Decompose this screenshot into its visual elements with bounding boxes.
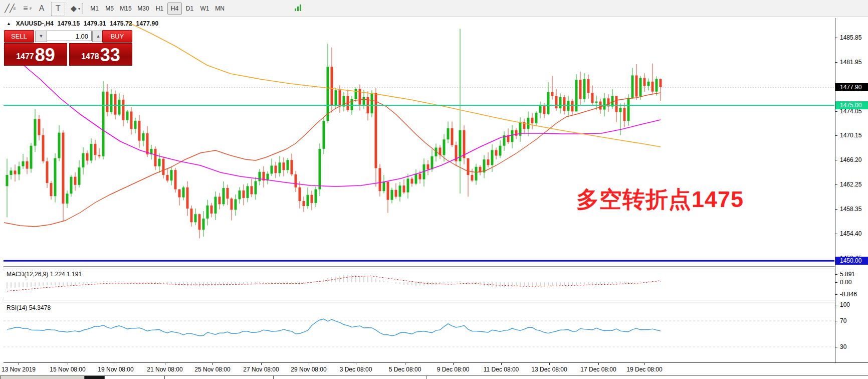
close-value: 1477.90	[136, 20, 159, 27]
indicator-axis-tick	[835, 321, 837, 321]
symbol-period-label: XAUUSD-,H4	[16, 20, 54, 27]
text-box-icon[interactable]: T	[51, 2, 65, 16]
price-level-badge: 1475.00	[835, 101, 868, 109]
price-axis-tick	[835, 160, 837, 160]
chart-tab-segment[interactable]	[426, 376, 868, 379]
indicator-axis-tick	[835, 347, 837, 347]
channel-tool-icon[interactable]: ╱╱E	[3, 2, 16, 15]
panel-divider[interactable]	[4, 266, 835, 267]
time-axis-tick	[165, 363, 165, 365]
price-axis-label: 1485.85	[840, 34, 861, 41]
timeframe-button-d1[interactable]: D1	[182, 3, 197, 15]
rsi-indicator-panel[interactable]	[4, 302, 835, 362]
time-axis-label: 17 Dec 08:00	[580, 366, 616, 373]
price-axis-tick	[835, 38, 837, 38]
high-value: 1479.31	[84, 20, 106, 27]
trade-controls-row: SELL ▼ 1.00 ▲ BUY	[4, 30, 132, 42]
timeframe-button-h1[interactable]: H1	[152, 3, 167, 15]
time-axis-label: 9 Dec 08:00	[437, 366, 470, 373]
arrows-tool-icon[interactable]: ◆▾	[67, 2, 80, 15]
text-label-icon[interactable]: A	[35, 2, 48, 15]
time-axis-tick	[644, 363, 645, 365]
price-level-badge: 1450.00	[835, 257, 868, 265]
time-axis-tick	[212, 363, 213, 365]
time-axis-label: 11 Dec 08:00	[484, 366, 519, 373]
time-axis-tick	[309, 363, 309, 365]
chart-tab-segment[interactable]	[164, 376, 273, 379]
indicator-axis-label: -8.846	[840, 291, 857, 298]
chart-ohlc-header: ▲ XAUUSD-,H4 1479.15 1479.31 1475.72 147…	[7, 20, 160, 27]
time-axis[interactable]: 13 Nov 201915 Nov 08:0019 Nov 08:0021 No…	[4, 362, 868, 376]
time-axis-label: 19 Dec 08:00	[626, 366, 662, 373]
macd-label: MACD(12,26,9) 1.224 1.191	[7, 271, 82, 278]
indicator-axis-tick	[835, 305, 837, 305]
chart-tabs-strip[interactable]	[0, 375, 868, 379]
chart-tab-segment[interactable]	[0, 376, 84, 379]
collapse-arrow-icon[interactable]: ▲	[7, 21, 11, 26]
price-axis-label: 1458.35	[840, 206, 861, 213]
time-axis-tick	[598, 363, 599, 365]
time-axis-label: 15 Nov 08:00	[50, 366, 85, 373]
toolbar: ╱╱E≡FAT◆▾ M1M5M15M30H1H4D1W1MN	[0, 0, 868, 17]
buy-price-big: 33	[100, 46, 120, 64]
price-axis-label: 1470.15	[840, 132, 861, 139]
time-axis-tick	[356, 363, 356, 365]
time-axis-label: 29 Nov 08:00	[291, 366, 326, 373]
chart-tab-segment[interactable]	[104, 376, 164, 379]
price-axis-label: 1462.25	[840, 181, 861, 188]
indicator-axis-tick	[835, 274, 837, 275]
rsi-label: RSI(14) 54.3478	[7, 304, 51, 311]
indicator-axis-label: 30	[840, 343, 846, 350]
timeframe-button-h4[interactable]: H4	[167, 3, 182, 15]
buy-quote[interactable]: 1478 33	[69, 43, 132, 66]
timeframe-button-m15[interactable]: M15	[117, 3, 134, 15]
time-axis-tick	[549, 363, 550, 365]
time-axis-tick	[501, 363, 502, 365]
time-axis-tick	[405, 363, 405, 365]
chart-tab-segment[interactable]	[84, 376, 104, 379]
open-value: 1479.15	[58, 20, 80, 27]
time-axis-tick	[261, 363, 262, 365]
indicator-axis-tick	[835, 294, 837, 295]
timeframe-button-m5[interactable]: M5	[102, 3, 117, 15]
macd-indicator-panel[interactable]	[4, 269, 835, 300]
time-axis-label: 19 Nov 08:00	[98, 366, 133, 373]
price-axis-tick	[835, 234, 837, 234]
timeframe-button-w1[interactable]: W1	[197, 3, 212, 15]
time-axis-tick	[68, 363, 68, 365]
timeframe-button-m30[interactable]: M30	[135, 3, 152, 15]
volume-decrease-button[interactable]: ▼	[35, 31, 47, 42]
quote-row: 1477 89 1478 33	[4, 43, 132, 66]
sell-price-small: 1477	[16, 49, 34, 64]
indicator-axis-label: 100	[840, 301, 850, 308]
price-axis-label: 1481.95	[840, 59, 861, 66]
indicator-axis-tick	[835, 282, 837, 283]
time-axis-label: 3 Dec 08:00	[340, 366, 372, 373]
chart-text-annotation: 多空转折点1475	[576, 184, 744, 215]
chart-tab-segment[interactable]	[273, 376, 426, 379]
buy-price-small: 1478	[81, 49, 99, 64]
time-axis-label: 27 Nov 08:00	[243, 366, 279, 373]
time-axis-label: 25 Nov 08:00	[194, 366, 230, 373]
time-axis-tick	[453, 363, 454, 365]
timeframe-button-mn[interactable]: MN	[212, 3, 227, 15]
price-axis-tick	[835, 135, 837, 136]
fibonacci-tool-icon[interactable]: ≡F	[19, 2, 32, 15]
price-axis-tick	[835, 62, 837, 63]
panel-divider[interactable]	[4, 300, 835, 300]
price-axis[interactable]: 1485.851481.951474.051470.151466.201462.…	[835, 18, 868, 375]
buy-button[interactable]: BUY	[102, 30, 132, 43]
sell-button[interactable]: SELL	[4, 30, 34, 43]
time-axis-label: 5 Dec 08:00	[389, 366, 421, 373]
one-click-trade-panel: SELL ▼ 1.00 ▲ BUY 1477 89 1478 33	[4, 30, 132, 66]
price-axis-label: 1454.40	[840, 230, 861, 237]
trading-terminal: ╱╱E≡FAT◆▾ M1M5M15M30H1H4D1W1MN ▲ XAUUSD-…	[0, 0, 868, 379]
volume-input[interactable]: 1.00	[47, 31, 92, 41]
price-axis-tick	[835, 184, 837, 185]
time-axis-tick	[116, 363, 116, 365]
time-axis-label: 13 Nov 2019	[2, 366, 36, 373]
timeframe-button-m1[interactable]: M1	[87, 3, 102, 15]
indicator-axis-label: 70	[840, 317, 846, 324]
indicator-axis-label: 0.00	[840, 279, 851, 286]
sell-quote[interactable]: 1477 89	[4, 43, 67, 66]
